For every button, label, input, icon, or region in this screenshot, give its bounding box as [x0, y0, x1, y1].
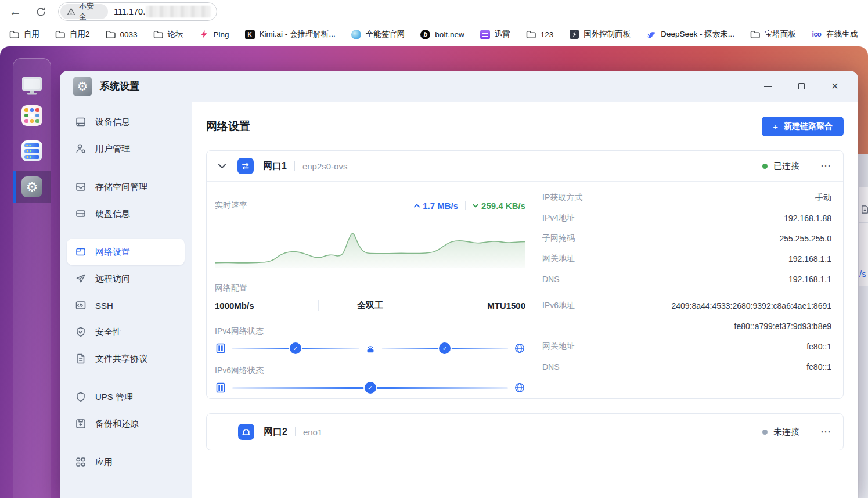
bookmark-luntan[interactable]: 论坛 — [153, 29, 183, 39]
detail-row: 网关地址192.168.1.1 — [542, 248, 831, 269]
sidebar-item-ssh[interactable]: SSH — [67, 292, 185, 319]
create-bond-button[interactable]: + 新建链路聚合 — [762, 117, 844, 136]
dock-item-settings-active[interactable]: ⚙ — [13, 171, 51, 203]
sidebar-item-device-info[interactable]: 设备信息 — [67, 109, 185, 135]
realtime-rate-label: 实时速率 — [215, 200, 247, 211]
bookmark-ping[interactable]: Ping — [199, 30, 229, 39]
bolt-icon: b — [420, 30, 430, 39]
globe-icon — [514, 382, 525, 394]
paper-plane-icon — [75, 273, 87, 284]
bookmark-ico[interactable]: ico在线生成 — [812, 29, 858, 39]
bookmark-panel[interactable]: 国外控制面板 — [569, 29, 631, 39]
bookmark-deepseek[interactable]: DeepSeek - 探索未... — [646, 29, 734, 39]
dock-item-desktop[interactable] — [13, 70, 51, 100]
maximize-icon — [798, 83, 805, 89]
nic1-more-menu[interactable]: ⋯ — [820, 161, 831, 171]
maximize-button[interactable] — [797, 82, 806, 91]
sidebar-item-disk-info[interactable]: 硬盘信息 — [67, 200, 185, 227]
bookmark-label: 0033 — [120, 30, 138, 39]
link-speed-value: 1000Mb/s — [215, 301, 318, 311]
user-icon — [75, 143, 87, 154]
nic2-card-header[interactable]: 网口2 eno1 未连接 ⋯ — [207, 414, 843, 450]
sidebar-item-label: 备份和还原 — [95, 418, 139, 430]
sidebar-item-apps[interactable]: 应用 — [67, 449, 185, 475]
sidebar-item-label: 文件共享协议 — [95, 353, 147, 365]
window-controls: ✕ — [763, 82, 840, 91]
storage-icon — [75, 181, 87, 193]
bookmark-ziyong[interactable]: 自用 — [9, 29, 39, 39]
sidebar-item-label: UPS 管理 — [95, 392, 133, 403]
sidebar-item-user-management[interactable]: 用户管理 — [67, 135, 185, 162]
dock-item-appcenter[interactable] — [13, 100, 51, 131]
settings-sidebar: 设备信息 用户管理 存储空间管理 — [60, 102, 192, 498]
bookmark-label: 宝塔面板 — [765, 29, 796, 39]
sidebar-item-security[interactable]: 安全性 — [67, 319, 185, 345]
folder-icon — [153, 30, 163, 39]
nic2-status-label: 未连接 — [773, 427, 799, 438]
bookmark-label: 全能签官网 — [366, 29, 405, 39]
bookmark-label: Ping — [214, 30, 229, 39]
bookmark-123[interactable]: 123 — [526, 30, 554, 39]
page-header: 网络设置 + 新建链路聚合 — [206, 117, 844, 136]
create-bond-label: 新建链路聚合 — [784, 121, 833, 132]
detail-row: IP获取方式手动 — [542, 187, 831, 208]
nas-icon — [215, 382, 226, 394]
detail-label: DNS — [542, 275, 560, 284]
window-body: 设备信息 用户管理 存储空间管理 — [60, 102, 858, 498]
bookmark-bolt[interactable]: bbolt.new — [420, 30, 464, 39]
chevron-down-icon[interactable] — [218, 164, 226, 169]
nic1-transfer-icon — [237, 158, 254, 174]
close-button[interactable]: ✕ — [830, 82, 840, 91]
ipv4-status-label: IPv4网络状态 — [215, 326, 525, 337]
bookmark-ziyong2[interactable]: 自用2 — [55, 29, 90, 39]
nic1-card: 网口1 enp2s0-ovs 已连接 ⋯ — [206, 150, 844, 399]
background-window-titlebar — [859, 154, 868, 187]
check-icon: ✓ — [290, 342, 301, 354]
address-bar[interactable]: 不安全 111.170. — [58, 2, 217, 21]
browser-nav-row: ← 不安全 111.170. — [0, 0, 868, 23]
shield-check-icon — [75, 326, 87, 338]
detail-value: fe80::a799:ef37:9d93:b8e9 — [734, 322, 831, 331]
download-speed: 259.4 KB/s — [473, 201, 525, 211]
background-window-body — [859, 286, 868, 498]
bookmark-label: 国外控制面板 — [584, 29, 631, 39]
window-titlebar[interactable]: ⚙ 系统设置 ✕ — [60, 71, 858, 102]
bookmark-kimi[interactable]: KKimi.ai - 会推理解析... — [245, 29, 336, 39]
refresh-icon[interactable] — [35, 6, 46, 17]
bookmark-0033[interactable]: 0033 — [106, 30, 138, 39]
bookmark-xunlei[interactable]: 迅雷 — [480, 29, 510, 39]
bookmark-label: 自用 — [24, 29, 39, 39]
bookmark-label: 在线生成 — [826, 29, 858, 39]
dock-item-services[interactable] — [13, 136, 51, 166]
sidebar-item-network-settings[interactable]: 网络设置 — [67, 239, 185, 265]
sidebar-item-label: 远程访问 — [95, 273, 130, 284]
sidebar-item-remote-access[interactable]: 远程访问 — [67, 265, 185, 292]
detail-label: IPv6地址 — [542, 301, 575, 311]
nic1-card-header[interactable]: 网口1 enp2s0-ovs 已连接 ⋯ — [207, 151, 843, 181]
nic2-more-menu[interactable]: ⋯ — [820, 427, 831, 437]
nic1-status-label: 已连接 — [773, 161, 799, 172]
divider — [295, 427, 296, 436]
sidebar-item-file-sharing[interactable]: 文件共享协议 — [67, 345, 185, 372]
nic1-status: 已连接 — [762, 161, 799, 172]
nic2-card: 网口2 eno1 未连接 ⋯ — [206, 413, 844, 450]
sidebar-item-ups[interactable]: UPS 管理 — [67, 384, 185, 410]
bookmark-baota[interactable]: 宝塔面板 — [750, 29, 796, 39]
security-chip[interactable]: 不安全 — [60, 4, 108, 19]
check-icon: ✓ — [365, 382, 376, 394]
detail-value: 192.168.1.1 — [788, 254, 831, 264]
bookmark-qnq[interactable]: 全能签官网 — [351, 29, 405, 39]
status-dot-disconnected — [762, 430, 768, 435]
sidebar-item-label: 存储空间管理 — [95, 182, 147, 193]
bookmark-label: Kimi.ai - 会推理解析... — [260, 29, 336, 39]
network-config-label: 网络配置 — [215, 283, 525, 294]
network-settings-page: 网络设置 + 新建链路聚合 — [192, 102, 858, 498]
warning-icon — [67, 8, 75, 16]
sidebar-item-storage[interactable]: 存储空间管理 — [67, 174, 185, 200]
background-window-sliver: /s — [858, 154, 868, 498]
ipv6-details-block: IPv6地址2409:8a44:4533:2680:9392:c8a6:4ae1… — [542, 294, 831, 377]
back-icon[interactable]: ← — [9, 5, 21, 19]
sidebar-item-backup[interactable]: 备份和还原 — [67, 410, 185, 437]
minimize-button[interactable] — [763, 82, 772, 91]
realtime-rate-row: 实时速率 1.7 MB/s — [215, 199, 525, 212]
